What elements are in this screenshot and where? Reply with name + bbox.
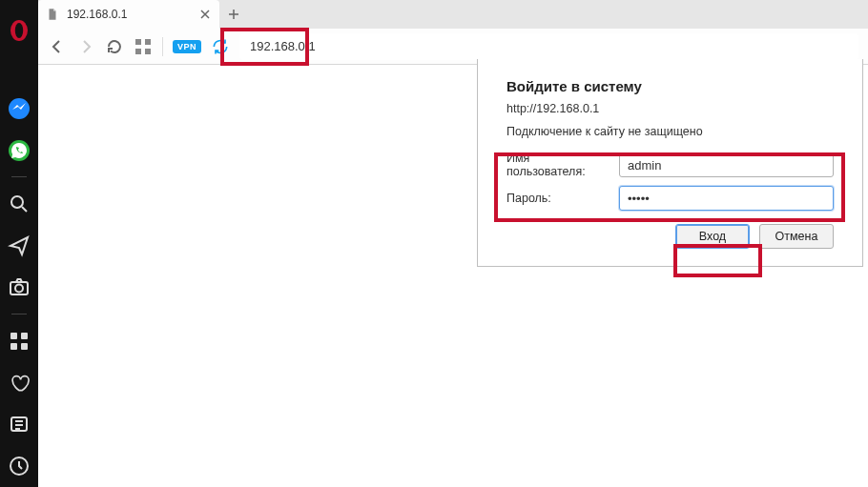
- left-sidebar: [0, 0, 38, 487]
- tab-title: 192.168.0.1: [67, 8, 191, 21]
- password-input[interactable]: [619, 186, 834, 211]
- browser-tab[interactable]: 192.168.0.1: [38, 0, 219, 29]
- back-button[interactable]: [48, 37, 67, 56]
- reload-button[interactable]: [105, 37, 124, 56]
- sidebar-divider: [11, 314, 27, 315]
- address-bar[interactable]: 192.168.0.1: [239, 33, 858, 60]
- auth-dialog-warning: Подключение к сайту не защищено: [506, 125, 834, 138]
- opera-logo[interactable]: [0, 11, 38, 50]
- news-icon[interactable]: [0, 408, 38, 442]
- close-tab-button[interactable]: [198, 8, 212, 21]
- send-icon[interactable]: [0, 229, 38, 263]
- svg-rect-7: [10, 333, 17, 339]
- vpn-badge[interactable]: VPN: [173, 40, 201, 53]
- file-icon: [46, 8, 59, 21]
- cancel-button[interactable]: Отмена: [759, 224, 834, 249]
- password-label: Пароль:: [506, 192, 611, 205]
- svg-point-6: [15, 285, 23, 293]
- svg-rect-16: [145, 49, 151, 54]
- svg-rect-8: [21, 333, 28, 339]
- svg-rect-14: [145, 39, 151, 45]
- username-input[interactable]: [619, 152, 834, 177]
- whatsapp-icon[interactable]: [0, 133, 38, 168]
- messenger-icon[interactable]: [0, 91, 38, 126]
- sync-icon[interactable]: [211, 37, 230, 56]
- svg-rect-10: [21, 343, 28, 350]
- svg-point-2: [9, 98, 30, 119]
- svg-point-4: [11, 196, 23, 208]
- svg-rect-15: [135, 49, 141, 54]
- address-text: 192.168.0.1: [250, 39, 316, 53]
- login-button[interactable]: Вход: [675, 224, 750, 249]
- camera-icon[interactable]: [0, 271, 38, 305]
- username-label: Имя пользователя:: [506, 152, 611, 178]
- auth-dialog-title: Войдите в систему: [506, 78, 834, 94]
- tab-bar: 192.168.0.1: [38, 0, 868, 29]
- toolbar-divider: [162, 37, 163, 56]
- history-icon[interactable]: [0, 449, 38, 483]
- svg-rect-13: [135, 39, 141, 45]
- speed-dial-button[interactable]: [134, 37, 153, 56]
- speed-dial-icon[interactable]: [0, 324, 38, 358]
- auth-dialog: Войдите в систему http://192.168.0.1 Под…: [477, 59, 863, 267]
- auth-dialog-url: http://192.168.0.1: [506, 102, 834, 115]
- heart-icon[interactable]: [0, 366, 38, 400]
- svg-point-1: [15, 23, 23, 38]
- forward-button[interactable]: [76, 37, 95, 56]
- new-tab-button[interactable]: [219, 0, 248, 29]
- sidebar-divider: [11, 176, 27, 177]
- svg-rect-9: [10, 343, 17, 350]
- search-icon[interactable]: [0, 187, 38, 221]
